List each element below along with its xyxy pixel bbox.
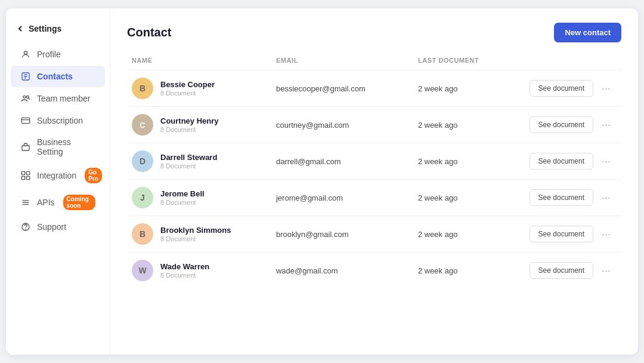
actions-cell-1: See document··· bbox=[514, 70, 621, 107]
sidebar-label-subscription: Subscription bbox=[37, 116, 83, 125]
email-cell-4: jerome@gmail.com bbox=[269, 180, 411, 216]
svg-rect-5 bbox=[22, 146, 29, 150]
svg-rect-8 bbox=[21, 176, 24, 179]
badge-integration: Go Pro bbox=[85, 168, 102, 183]
actions-cell-6: See document··· bbox=[514, 253, 621, 289]
more-options-button-3[interactable]: ··· bbox=[598, 153, 614, 170]
doc-count: 8 Document bbox=[160, 272, 209, 279]
name-cell-6: WWade Warren8 Document bbox=[127, 253, 269, 289]
table-row: WWade Warren8 Documentwade@gmail.com2 we… bbox=[127, 253, 621, 289]
sidebar-item-integration[interactable]: IntegrationGo Pro bbox=[11, 162, 105, 189]
doc-count: 8 Document bbox=[160, 235, 231, 242]
sidebar-label-business-setting: Business Setting bbox=[37, 137, 95, 156]
svg-rect-4 bbox=[21, 118, 29, 123]
more-options-button-6[interactable]: ··· bbox=[598, 262, 614, 279]
actions-cell-2: See document··· bbox=[514, 107, 621, 143]
sidebar-label-integration: Integration bbox=[37, 171, 76, 180]
table-row: BBessie Cooper8 Documentbessiecooper@gma… bbox=[127, 70, 621, 107]
email-cell-1: bessiecooper@gmail.com bbox=[269, 70, 411, 107]
sidebar-item-subscription[interactable]: Subscription bbox=[11, 110, 105, 131]
user-icon bbox=[20, 49, 31, 60]
sidebar-item-support[interactable]: Support bbox=[11, 216, 105, 238]
sidebar-item-apis[interactable]: APIsComing soon bbox=[11, 189, 105, 216]
main-header: Contact New contact bbox=[127, 23, 621, 42]
app-container: Settings ProfileContactsTeam memberSubsc… bbox=[6, 8, 638, 355]
contact-name: Wade Warren bbox=[160, 262, 209, 271]
sidebar-item-contacts[interactable]: Contacts bbox=[11, 66, 105, 87]
avatar: J bbox=[132, 187, 153, 208]
table-row: JJerome Bell8 Documentjerome@gmail.com2 … bbox=[127, 180, 621, 216]
last-doc-cell-3: 2 week ago bbox=[411, 143, 514, 180]
col-header-email: EMAIL bbox=[269, 57, 411, 70]
more-options-button-1[interactable]: ··· bbox=[598, 80, 614, 97]
contact-name: Bessie Cooper bbox=[160, 80, 215, 89]
last-doc-cell-2: 2 week ago bbox=[411, 107, 514, 143]
last-doc-cell-5: 2 week ago bbox=[411, 216, 514, 253]
see-document-button-5[interactable]: See document bbox=[530, 226, 593, 242]
doc-count: 8 Document bbox=[160, 199, 205, 206]
doc-count: 8 Document bbox=[160, 162, 217, 170]
see-document-button-4[interactable]: See document bbox=[530, 189, 593, 206]
col-header-actions bbox=[514, 57, 621, 70]
contact-name: Jerome Bell bbox=[160, 189, 205, 198]
email-cell-5: brooklyn@gmail.com bbox=[269, 216, 411, 253]
last-doc-cell-1: 2 week ago bbox=[411, 70, 514, 107]
contact-table: NAMEEMAILLAST DOCUMENT BBessie Cooper8 D… bbox=[127, 57, 621, 288]
sidebar-label-contacts: Contacts bbox=[37, 72, 73, 81]
table-row: BBrooklyn Simmons8 Documentbrooklyn@gmai… bbox=[127, 216, 621, 253]
last-doc-cell-4: 2 week ago bbox=[411, 180, 514, 216]
page-title: Contact bbox=[127, 26, 171, 39]
badge-apis: Coming soon bbox=[63, 195, 95, 210]
avatar: W bbox=[132, 260, 153, 281]
team-icon bbox=[20, 93, 31, 104]
svg-point-0 bbox=[24, 51, 27, 54]
back-icon bbox=[16, 24, 25, 33]
svg-rect-7 bbox=[26, 171, 29, 174]
sidebar-item-profile[interactable]: Profile bbox=[11, 44, 105, 65]
new-contact-button[interactable]: New contact bbox=[554, 23, 621, 42]
contact-name: Courtney Henry bbox=[160, 116, 219, 125]
doc-count: 8 Document bbox=[160, 90, 215, 97]
sidebar-label-profile: Profile bbox=[37, 50, 61, 59]
col-header-last_document: LAST DOCUMENT bbox=[411, 57, 514, 70]
svg-point-11 bbox=[26, 229, 26, 229]
more-options-button-4[interactable]: ··· bbox=[598, 189, 614, 207]
email-cell-2: courtney@gmail.com bbox=[269, 107, 411, 143]
sidebar-item-team-member[interactable]: Team member bbox=[11, 88, 105, 109]
avatar: D bbox=[132, 150, 153, 172]
avatar: B bbox=[132, 223, 153, 245]
integration-icon bbox=[20, 170, 31, 181]
see-document-button-6[interactable]: See document bbox=[530, 262, 593, 279]
name-cell-4: JJerome Bell8 Document bbox=[127, 180, 269, 216]
sidebar-label-team-member: Team member bbox=[37, 94, 90, 103]
main-content: Contact New contact NAMEEMAILLAST DOCUME… bbox=[110, 8, 638, 355]
back-label: Settings bbox=[29, 24, 61, 33]
actions-cell-3: See document··· bbox=[514, 143, 621, 180]
see-document-button-3[interactable]: See document bbox=[530, 153, 593, 170]
name-cell-5: BBrooklyn Simmons8 Document bbox=[127, 216, 269, 253]
contacts-icon bbox=[20, 71, 31, 82]
last-doc-cell-6: 2 week ago bbox=[411, 253, 514, 289]
see-document-button-1[interactable]: See document bbox=[530, 80, 593, 97]
contact-name: Brooklyn Simmons bbox=[160, 226, 231, 235]
more-options-button-5[interactable]: ··· bbox=[598, 226, 614, 243]
more-options-button-2[interactable]: ··· bbox=[598, 116, 614, 134]
contact-name: Darrell Steward bbox=[160, 153, 217, 162]
sidebar-label-apis: APIs bbox=[37, 198, 55, 207]
subscription-icon bbox=[20, 115, 31, 126]
svg-rect-6 bbox=[21, 171, 24, 174]
back-button[interactable]: Settings bbox=[6, 20, 110, 43]
doc-count: 8 Document bbox=[160, 126, 219, 133]
sidebar-label-support: Support bbox=[37, 222, 66, 232]
col-header-name: NAME bbox=[127, 57, 269, 70]
table-row: DDarrell Steward8 Documentdarrell@gmail.… bbox=[127, 143, 621, 180]
name-cell-3: DDarrell Steward8 Document bbox=[127, 143, 269, 180]
sidebar-item-business-setting[interactable]: Business Setting bbox=[11, 132, 105, 162]
see-document-button-2[interactable]: See document bbox=[530, 116, 593, 133]
avatar: B bbox=[132, 78, 153, 99]
email-cell-3: darrell@gmail.com bbox=[269, 143, 411, 180]
svg-rect-9 bbox=[26, 176, 29, 179]
api-icon bbox=[20, 197, 31, 208]
name-cell-2: CCourtney Henry8 Document bbox=[127, 107, 269, 143]
name-cell-1: BBessie Cooper8 Document bbox=[127, 70, 269, 107]
